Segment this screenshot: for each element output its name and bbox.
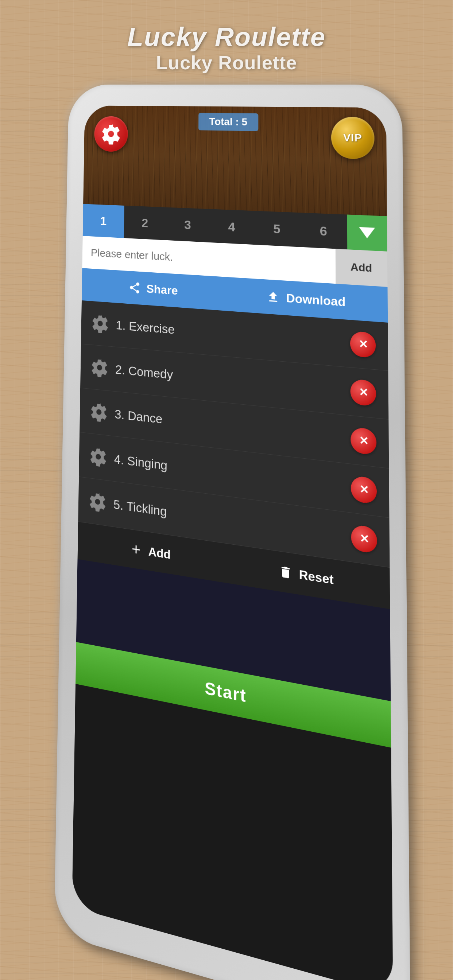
remove-button-3[interactable]: ✕ [351,427,376,455]
item-settings-icon-2[interactable] [91,357,108,378]
remove-button-5[interactable]: ✕ [351,524,377,554]
phone-frame: Total : 5 VIP 1 2 3 [54,84,410,980]
close-icon: ✕ [359,484,368,496]
tab-6[interactable]: 6 [300,213,347,250]
item-settings-icon-3[interactable] [90,401,108,423]
items-list: 1. Exercise ✕ 2. Comedy ✕ [78,301,389,568]
total-badge: Total : 5 [198,113,258,131]
share-icon [128,281,141,294]
remove-button-2[interactable]: ✕ [350,379,376,407]
plus-icon [130,542,143,557]
close-icon: ✕ [359,387,368,398]
item-label-2: 2. Comedy [115,362,351,399]
gear-icon [100,123,121,145]
app-title-sub: Lucky Roulette [127,52,326,74]
vip-label: VIP [343,132,362,144]
add-inline-button[interactable]: Add [335,249,388,287]
tab-dropdown-button[interactable] [347,215,388,251]
app-title-main: Lucky Roulette [127,22,326,52]
screen-header: Total : 5 VIP [83,105,387,216]
tab-4[interactable]: 4 [209,209,254,245]
remove-button-4[interactable]: ✕ [351,476,377,504]
close-icon: ✕ [359,533,369,546]
tab-5[interactable]: 5 [254,211,300,247]
chevron-down-icon [359,227,375,239]
item-settings-icon-5[interactable] [89,491,107,512]
settings-button[interactable] [94,116,128,152]
app-title-block: Lucky Roulette Lucky Roulette [127,22,326,74]
tab-3[interactable]: 3 [166,207,210,242]
remove-button-1[interactable]: ✕ [350,331,376,358]
trash-icon [279,564,292,581]
download-icon [266,290,280,304]
phone-wrapper: Total : 5 VIP 1 2 3 [54,84,410,980]
tab-2[interactable]: 2 [124,205,166,240]
close-icon: ✕ [359,435,368,447]
vip-button[interactable]: VIP [331,117,375,159]
item-settings-icon-1[interactable] [91,313,109,334]
start-label: Start [205,678,247,706]
close-icon: ✕ [358,339,367,350]
item-label-1: 1. Exercise [116,318,350,351]
item-settings-icon-4[interactable] [89,446,108,468]
phone-screen: Total : 5 VIP 1 2 3 [72,105,393,980]
tab-1[interactable]: 1 [83,204,124,238]
